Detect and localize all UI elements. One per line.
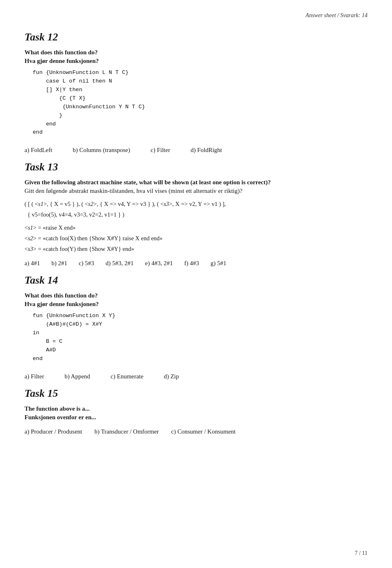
task-15-option-c: c) Consumer / Konsument [171,428,236,435]
task-12-option-d: d) FoldRight [191,147,222,154]
task-12-option-c: c) Filter [151,147,170,154]
task-15-section: Task 15 The function above is a... Funks… [24,387,368,435]
task-13-option-a: a) 4#1 [24,260,40,267]
task-13-state: ( [ ( <s1>, { X = v5 } ), ( <s2>, { X =>… [24,199,368,220]
task-14-option-b: b) Append [65,373,90,380]
task-14-option-d: d) Zip [164,373,179,380]
task-12-title: Task 12 [24,31,368,43]
task-14-option-c: c) Enumerate [111,373,143,380]
task-13-question-en: Given the following abstract machine sta… [24,179,368,186]
task-15-title: Task 15 [24,387,368,400]
task-12-option-b: b) Columns (transpose) [73,147,130,154]
page-header: Answer sheet / Svarark: 14 [24,12,368,19]
task-13-option-d: d) 5#3, 2#1 [106,260,134,267]
task-12-options: a) FoldLeft b) Columns (transpose) c) Fi… [24,147,368,154]
task-13-option-c: c) 5#3 [79,260,94,267]
state-line-1: ( [ ( <s1>, { X = v5 } ), ( <s2>, { X =>… [24,199,368,209]
task-13-options: a) 4#1 b) 2#1 c) 5#3 d) 5#3, 2#1 e) 4#3,… [24,260,368,267]
page: Answer sheet / Svarark: 14 Task 12 What … [0,0,392,568]
task-14-title: Task 14 [24,274,368,286]
task-12-question-en: What does this function do? [24,49,368,56]
header-text: Answer sheet / Svarark: 14 [305,12,368,18]
s1-def: <s1> = «raise X end» [24,223,368,233]
task-13-option-f: f) 4#3 [184,260,199,267]
task-13-option-g: g) 5#1 [210,260,226,267]
task-13-section: Task 13 Given the following abstract mac… [24,161,368,267]
s3-def: <s3> = «catch foo(Y) then {Show X#Y} end… [24,244,368,254]
task-14-option-a: a) Filter [24,373,44,380]
task-12-option-a: a) FoldLeft [24,147,52,154]
s2-def: <s2> = «catch foo(X) then {Show X#Y} rai… [24,234,368,244]
task-14-question-no: Hva gjør denne funksjonen? [24,301,368,308]
task-14-code: fun {UnknownFunction X Y} (A#B)#(C#D) = … [24,309,368,367]
task-14-options: a) Filter b) Append c) Enumerate d) Zip [24,373,368,380]
state-line-2: { v5=foo(5), v4=4, v3=3, v2=2, v1=1 } ) [24,210,368,220]
task-13-question-no: Gitt den følgende abstrakt maskin-tilsta… [24,188,368,195]
task-13-title: Task 13 [24,161,368,173]
task-15-option-b: b) Transducer / Omformer [94,428,159,435]
task-15-question-en: The function above is a... [24,405,368,412]
task-12-code: fun {UnknownFunction L N T C} case L of … [24,66,368,141]
task-12-question-no: Hva gjør denne funksjonen? [24,58,368,65]
page-number: 7 / 11 [355,550,368,557]
task-13-option-b: b) 2#1 [51,260,67,267]
task-15-options: a) Producer / Produsent b) Transducer / … [24,428,368,435]
task-15-question-no: Funksjonen ovenfor er en... [24,414,368,421]
task-15-option-a: a) Producer / Produsent [24,428,82,435]
task-13-option-e: e) 4#3, 2#1 [145,260,173,267]
task-14-section: Task 14 What does this function do? Hva … [24,274,368,380]
task-14-question-en: What does this function do? [24,292,368,299]
task-12-section: Task 12 What does this function do? Hva … [24,31,368,154]
